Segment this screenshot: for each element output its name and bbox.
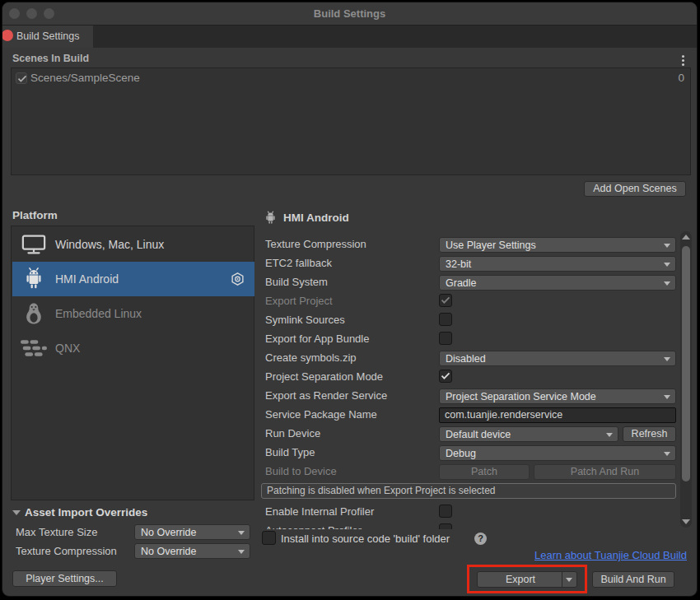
check-icon <box>441 296 450 305</box>
setting-label: Build Type <box>265 446 315 458</box>
asset-import-overrides-header[interactable]: Asset Import Overrides <box>25 506 147 519</box>
setting-label: Run Device <box>265 427 320 440</box>
chevron-down-icon <box>566 578 572 582</box>
setting-label: Symlink Sources <box>265 314 345 326</box>
platform-item-windows-mac-linux[interactable]: Windows, Mac, Linux <box>12 227 254 262</box>
scene-checkbox[interactable] <box>16 72 27 84</box>
platform-item-label: Embedded Linux <box>55 307 142 320</box>
install-source-build-checkbox[interactable] <box>262 531 276 545</box>
chevron-down-icon <box>664 263 670 267</box>
texture-compression-override-label: Texture Compression <box>16 545 117 557</box>
platform-item-qnx[interactable]: QNX <box>12 331 254 365</box>
etc2-fallback-dropdown[interactable]: 32-bit <box>439 256 676 272</box>
platform-item-embedded-linux[interactable]: Embedded Linux <box>12 296 254 331</box>
titlebar: Build Settings <box>2 2 697 26</box>
qnx-icon <box>21 335 47 361</box>
refresh-button[interactable]: Refresh <box>623 426 676 442</box>
enable-internal-profiler-checkbox[interactable] <box>439 505 452 518</box>
platform-item-label: QNX <box>55 342 80 355</box>
patch-and-run-button[interactable]: Patch And Run <box>534 464 676 480</box>
android-icon <box>21 266 47 292</box>
settings-scroll-area: Texture Compression Use Player Settings … <box>260 229 677 529</box>
symlink-sources-checkbox[interactable] <box>439 313 452 326</box>
scenes-list: Scenes/SampleScene 0 <box>11 67 691 175</box>
scene-row[interactable]: Scenes/SampleScene 0 <box>12 69 691 87</box>
setting-label: Enable Internal Profiler <box>265 505 374 518</box>
export-app-bundle-checkbox[interactable] <box>439 332 452 345</box>
texture-compression-override-dropdown[interactable]: No Override <box>134 543 250 559</box>
installed-module-icon <box>231 272 245 286</box>
setting-label: Project Separation Mode <box>265 370 383 383</box>
build-and-run-button[interactable]: Build And Run <box>592 571 674 588</box>
setting-label: Create symbols.zip <box>265 351 357 364</box>
platform-item-hmi-android[interactable]: HMI Android <box>12 262 254 296</box>
export-render-service-dropdown[interactable]: Project Separation Service Mode <box>439 388 676 404</box>
tab-build-settings[interactable]: Build Settings <box>2 26 93 48</box>
build-system-dropdown[interactable]: Gradle <box>439 275 676 291</box>
chevron-down-icon <box>664 281 670 286</box>
export-dropdown-section[interactable] <box>562 572 576 587</box>
chevron-down-icon <box>664 452 670 456</box>
service-package-name-field[interactable]: com.tuanjie.renderservice <box>439 407 676 423</box>
help-icon[interactable]: ? <box>474 533 487 545</box>
run-device-dropdown[interactable]: Default device <box>439 426 618 442</box>
platform-list: Windows, Mac, Linux HMI Android Embedded… <box>11 226 254 500</box>
platform-header: Platform <box>12 209 58 221</box>
setting-label: Build to Device <box>265 465 337 477</box>
export-button[interactable]: Export <box>478 572 563 587</box>
build-type-dropdown[interactable]: Debug <box>439 445 676 461</box>
red-dot-annotation <box>2 30 13 41</box>
panel-header: HMI Android <box>283 212 349 224</box>
check-icon <box>441 372 450 380</box>
autoconnect-profiler-checkbox[interactable] <box>439 523 452 529</box>
setting-label: Export as Render Service <box>265 389 387 402</box>
scene-index: 0 <box>678 72 684 84</box>
chevron-down-icon <box>664 357 670 361</box>
kebab-menu-icon[interactable] <box>677 53 688 67</box>
foldout-triangle-icon[interactable] <box>12 510 21 515</box>
export-split-button[interactable]: Export <box>477 571 577 588</box>
penguin-icon <box>21 300 47 327</box>
install-source-build-label: Install into source code 'build' folder <box>281 533 450 545</box>
scene-name: Scenes/SampleScene <box>30 72 140 84</box>
chevron-down-icon <box>238 531 245 535</box>
build-settings-window: Build Settings Build Settings Scenes In … <box>2 2 698 597</box>
tab-bar: Build Settings <box>2 26 697 48</box>
window-title: Build Settings <box>2 7 697 20</box>
monitor-icon <box>21 231 47 258</box>
setting-label: Service Package Name <box>265 408 377 421</box>
setting-label: ETC2 fallback <box>265 257 332 269</box>
chevron-down-icon <box>606 433 613 437</box>
cloud-build-link[interactable]: Learn about Tuanjie Cloud Build <box>534 549 687 561</box>
max-texture-size-dropdown[interactable]: No Override <box>134 524 250 540</box>
setting-label: Export Project <box>265 295 333 307</box>
scroll-down-icon[interactable] <box>682 519 690 524</box>
platform-item-label: Windows, Mac, Linux <box>55 238 164 251</box>
scrollbar-thumb[interactable] <box>682 246 690 481</box>
max-texture-size-label: Max Texture Size <box>16 526 97 538</box>
platform-item-label: HMI Android <box>55 272 119 286</box>
create-symbols-dropdown[interactable]: Disabled <box>439 351 676 366</box>
setting-label: Build System <box>265 276 328 288</box>
project-separation-mode-checkbox[interactable] <box>439 370 452 383</box>
android-icon <box>264 211 278 226</box>
chevron-down-icon <box>238 550 245 554</box>
setting-label: Autoconnect Profiler <box>265 524 362 529</box>
scroll-up-icon[interactable] <box>682 235 690 240</box>
patching-disabled-infobox: Patching is disabled when Export Project… <box>261 483 676 499</box>
patch-button[interactable]: Patch <box>439 464 530 480</box>
texture-compression-dropdown[interactable]: Use Player Settings <box>439 237 676 253</box>
setting-label: Export for App Bundle <box>265 333 369 345</box>
export-project-checkbox[interactable] <box>439 294 452 307</box>
player-settings-button[interactable]: Player Settings... <box>12 570 117 587</box>
scenes-in-build-header: Scenes In Build <box>12 53 89 64</box>
check-icon <box>17 75 27 83</box>
add-open-scenes-button[interactable]: Add Open Scenes <box>584 181 686 197</box>
setting-label: Texture Compression <box>265 238 366 250</box>
chevron-down-icon <box>664 395 670 399</box>
settings-scrollbar[interactable] <box>679 231 693 528</box>
chevron-down-icon <box>664 244 670 248</box>
